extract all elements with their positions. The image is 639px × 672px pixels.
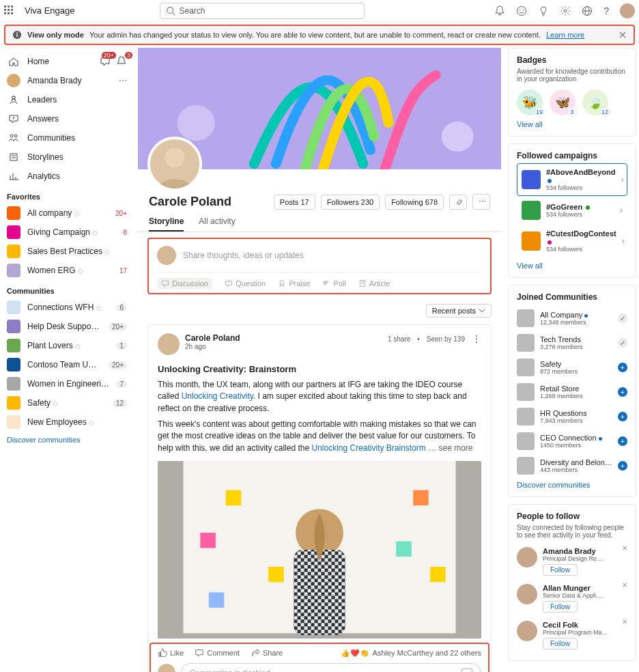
- see-more[interactable]: … see more: [426, 443, 473, 453]
- idea-icon[interactable]: [538, 5, 549, 16]
- campaigns-viewall[interactable]: View all: [517, 262, 543, 270]
- search-input[interactable]: Search: [160, 3, 365, 19]
- bell-icon[interactable]: [494, 5, 505, 16]
- help-icon[interactable]: ?: [604, 5, 609, 16]
- person-to-follow: Amanda BradyPrincipal Design Re…Follow✕: [517, 543, 627, 580]
- badge-2[interactable]: 🦋3: [550, 89, 576, 115]
- info-icon: [12, 30, 22, 40]
- campaign-item[interactable]: #GoGreen 534 followers›: [517, 196, 627, 225]
- post-link-1[interactable]: Unlocking Creativity: [182, 391, 253, 401]
- app-launcher-icon[interactable]: [4, 5, 15, 16]
- left-nav: Home 20+ 3 Amanda Brady ⋯ LeadersAnswers…: [3, 48, 131, 672]
- more-icon[interactable]: ⋯: [119, 76, 127, 85]
- share-button[interactable]: Share: [251, 648, 283, 658]
- badge-1[interactable]: 🐝19: [517, 89, 543, 115]
- sidebar-item[interactable]: Help Desk Support ◇20+: [3, 317, 131, 336]
- campaign-item[interactable]: #CutestDogContest 534 followers›: [517, 225, 627, 257]
- dismiss-person[interactable]: ✕: [622, 581, 627, 589]
- post-shares: 1 share: [388, 335, 410, 343]
- joined-discover[interactable]: Discover communities: [517, 481, 591, 489]
- svg-point-2: [517, 6, 526, 15]
- composer-type-article[interactable]: Article: [358, 278, 390, 289]
- top-bar: Viva Engage Search ?: [0, 0, 639, 22]
- profile-name: Carole Poland: [149, 195, 268, 209]
- nav-user[interactable]: Amanda Brady ⋯: [3, 71, 131, 90]
- composer-avatar: [157, 246, 176, 265]
- nav-answers[interactable]: Answers: [3, 109, 131, 128]
- sidebar-item[interactable]: All company ◇20+: [3, 204, 131, 223]
- profile-cover: [138, 48, 501, 169]
- composer-placeholder[interactable]: Share thoughts, ideas or updates: [183, 251, 304, 260]
- link-button[interactable]: [449, 195, 467, 210]
- banner-dismiss[interactable]: [619, 31, 627, 39]
- joined-community-item[interactable]: Diversity and Belonging 443 members+: [517, 453, 627, 478]
- sidebar-item[interactable]: Connections WFH ◇6: [3, 298, 131, 317]
- follow-button[interactable]: Follow: [543, 564, 578, 576]
- dismiss-person[interactable]: ✕: [622, 618, 627, 626]
- tab-all-activity[interactable]: All activity: [199, 216, 235, 232]
- profile-avatar[interactable]: [147, 137, 202, 191]
- post-image[interactable]: [158, 461, 481, 639]
- svg-point-13: [177, 105, 214, 141]
- reaction-icons[interactable]: 👍❤️👏: [341, 649, 369, 658]
- inbox-icon[interactable]: 20+: [100, 56, 111, 67]
- badges-card: Badges Awarded for knowledge contributio…: [508, 48, 636, 137]
- joined-community-item[interactable]: Safety872 members+: [517, 355, 627, 380]
- sort-button[interactable]: Recent posts: [426, 304, 492, 318]
- sidebar-item[interactable]: Women in Engineering ◇7: [3, 374, 131, 393]
- notifications-icon[interactable]: 3: [116, 56, 127, 67]
- comment-button[interactable]: Comment: [195, 648, 240, 658]
- post-card: Carole Poland 2h ago 1 share • Seen by 1…: [147, 324, 492, 672]
- reactors-text[interactable]: Ashley McCarthey and 22 others: [372, 649, 481, 657]
- more-button[interactable]: ⋯: [472, 194, 490, 210]
- follow-button[interactable]: Follow: [543, 638, 578, 649]
- composer-type-poll[interactable]: Poll: [322, 278, 345, 289]
- tab-storyline[interactable]: Storyline: [149, 216, 184, 232]
- learn-more-link[interactable]: Learn more: [546, 31, 584, 39]
- svg-point-0: [167, 7, 173, 13]
- globe-icon[interactable]: [582, 5, 593, 16]
- composer-type-discussion[interactable]: Discussion: [157, 278, 212, 289]
- nav-leaders[interactable]: Leaders: [3, 90, 131, 109]
- posts-count[interactable]: Posts 17: [274, 195, 315, 210]
- post-link-2[interactable]: Unlocking Creativity Brainstorm: [311, 443, 425, 453]
- joined-community-item[interactable]: CEO Connection 1450 members+: [517, 429, 627, 453]
- composer-type-question[interactable]: ?Question: [225, 278, 266, 289]
- settings-icon[interactable]: [560, 5, 571, 16]
- sidebar-item[interactable]: Women ERG ◇17: [3, 261, 131, 280]
- badges-viewall[interactable]: View all: [517, 120, 543, 128]
- nav-storylines[interactable]: Storylines: [3, 148, 131, 167]
- sidebar-item[interactable]: New Employees ◇: [3, 412, 131, 432]
- svg-point-4: [523, 9, 524, 10]
- discover-communities-link[interactable]: Discover communities: [3, 432, 85, 448]
- joined-community-item[interactable]: HR Questions7,943 members+: [517, 404, 627, 429]
- campaign-item[interactable]: #AboveAndBeyond 534 followers›: [517, 163, 627, 196]
- badge-3[interactable]: 🍃12: [582, 89, 608, 115]
- post-author[interactable]: Carole Poland: [185, 333, 240, 343]
- sidebar-item[interactable]: Sales Best Practices ◇: [3, 242, 131, 261]
- sidebar-item[interactable]: Giving Campaign ◇8: [3, 223, 131, 242]
- joined-community-item[interactable]: All Company 12,348 members✓: [517, 306, 627, 331]
- main-content: Carole Poland Posts 17 Followers 230 Fol…: [138, 48, 501, 672]
- nav-analytics[interactable]: Analytics: [3, 167, 131, 186]
- followers-count[interactable]: Followers 230: [321, 195, 380, 210]
- sidebar-item[interactable]: Plant Lovers ◇1: [3, 336, 131, 355]
- svg-point-11: [16, 32, 18, 33]
- nav-communities[interactable]: Communities: [3, 128, 131, 148]
- following-count[interactable]: Following 678: [385, 195, 444, 210]
- emoji-icon[interactable]: [516, 5, 527, 16]
- post-more-icon[interactable]: ⋮: [472, 333, 481, 344]
- like-button[interactable]: Like: [158, 648, 184, 658]
- joined-community-item[interactable]: Retail Store1,268 members+: [517, 380, 627, 404]
- sidebar-item[interactable]: Safety ◇12: [3, 393, 131, 412]
- user-avatar[interactable]: [620, 3, 635, 18]
- person-to-follow: Cecil FolkPrincipal Program Ma…Follow✕: [517, 617, 627, 654]
- dismiss-person[interactable]: ✕: [622, 544, 627, 552]
- composer-type-praise[interactable]: Praise: [278, 278, 310, 289]
- banner-title: View only mode: [27, 31, 84, 39]
- sidebar-item[interactable]: Contoso Team UX (Desig… ◇20+: [3, 355, 131, 374]
- post-avatar[interactable]: [158, 333, 180, 355]
- joined-community-item[interactable]: Tech Trends3,276 members✓: [517, 331, 627, 355]
- nav-home[interactable]: Home 20+ 3: [3, 52, 131, 71]
- follow-button[interactable]: Follow: [543, 601, 578, 613]
